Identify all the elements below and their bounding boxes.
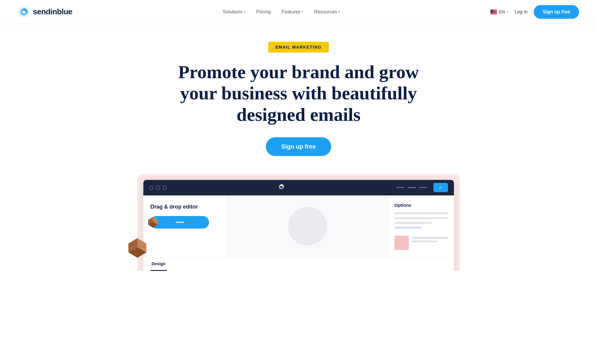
options-line-4: [395, 227, 421, 229]
svg-rect-6: [490, 13, 497, 13]
login-button[interactable]: Log in: [515, 9, 528, 15]
options-detail-line-2: [412, 240, 437, 242]
sidebar-cube-icon: [146, 215, 159, 229]
nav-right: EN ▾ Log in Sign up free: [490, 5, 579, 19]
sidebar-progress-container: [151, 216, 220, 229]
logo-text: sendinblue: [33, 7, 72, 16]
chevron-down-icon: ▾: [507, 10, 509, 14]
nav-item-solutions[interactable]: Solutions ▾: [223, 9, 245, 15]
flag-us-icon: [490, 10, 497, 14]
mockup-titlebar: ✓: [143, 180, 454, 195]
signup-nav-button[interactable]: Sign up free: [534, 5, 579, 19]
navbar: sendinblue Solutions ▾ Pricing Features …: [0, 0, 597, 24]
svg-rect-5: [490, 12, 497, 13]
titlebar-confirm-button[interactable]: ✓: [433, 183, 448, 192]
options-detail-line-1: [412, 237, 448, 239]
options-line-3: [395, 222, 432, 224]
titlebar-window-controls: [149, 186, 167, 190]
mockup-background: ✓ Drag & drop editor: [137, 174, 460, 271]
mockup-content-area: Drag & drop editor: [143, 195, 454, 257]
svg-rect-8: [490, 10, 493, 12]
language-selector[interactable]: EN ▾: [490, 9, 509, 14]
hero-title: Promote your brand and grow your busines…: [164, 61, 433, 125]
titlebar-dot-3: [162, 186, 167, 190]
options-color-row: [395, 232, 448, 250]
mockup-main-canvas: [227, 195, 388, 257]
options-line-1: [395, 212, 448, 214]
nav-item-features[interactable]: Features ▾: [282, 9, 303, 15]
mockup-window: ✓ Drag & drop editor: [143, 180, 454, 271]
svg-point-0: [18, 6, 30, 18]
options-color-swatch: [395, 236, 409, 250]
logo-icon: [18, 6, 30, 18]
mockup-options-panel: Options: [388, 195, 454, 257]
titlebar-actions: ✓: [396, 183, 448, 192]
check-icon: ✓: [439, 185, 443, 190]
nav-item-pricing[interactable]: Pricing: [256, 9, 271, 15]
bottom-nav-design[interactable]: Design: [151, 257, 167, 271]
titlebar-dot-1: [149, 186, 154, 190]
logo-link[interactable]: sendinblue: [18, 6, 72, 18]
hero-badge: EMAIL MARKETING: [268, 42, 329, 53]
chevron-down-icon: ▾: [338, 10, 340, 14]
floating-cube-decoration: [125, 235, 149, 259]
titlebar-menu-lines: [396, 187, 427, 188]
progress-dash: [176, 222, 184, 223]
nav-links: Solutions ▾ Pricing Features ▾ Resources…: [223, 9, 340, 15]
options-title: Options: [395, 203, 448, 208]
menu-line-1: [396, 187, 405, 188]
hero-section: EMAIL MARKETING Promote your brand and g…: [0, 24, 597, 174]
options-text-lines: [412, 237, 448, 245]
svg-rect-7: [490, 14, 497, 14]
chevron-down-icon: ▾: [244, 10, 245, 14]
options-line-2: [395, 217, 448, 219]
chevron-down-icon: ▾: [302, 10, 303, 14]
mockup-placeholder-circle: [288, 207, 327, 246]
nav-item-resources[interactable]: Resources ▾: [314, 9, 340, 15]
mockup-bottom-nav: Design: [143, 257, 454, 271]
menu-line-3: [419, 187, 427, 188]
titlebar-dot-2: [156, 186, 160, 190]
mockup-sidebar: Drag & drop editor: [143, 195, 227, 257]
titlebar-logo: [277, 183, 286, 193]
hero-cta-button[interactable]: Sign up free: [266, 137, 332, 156]
sidebar-title: Drag & drop editor: [151, 204, 220, 210]
menu-line-2: [408, 187, 416, 188]
